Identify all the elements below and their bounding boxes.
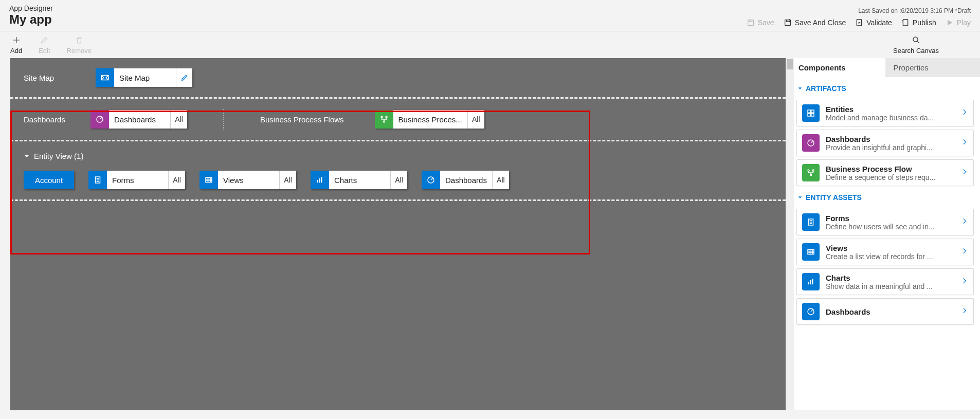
artifacts-section-header[interactable]: ARTIFACTS xyxy=(794,80,976,97)
publish-button[interactable]: Publish xyxy=(901,19,936,27)
entity-icon xyxy=(802,104,820,122)
svg-rect-20 xyxy=(811,114,814,116)
forms-tile[interactable]: Forms All xyxy=(88,171,185,189)
bpf-label: Business Process Flows xyxy=(260,115,344,124)
entity-row: Account Forms All Views All xyxy=(10,166,786,201)
tab-properties[interactable]: Properties xyxy=(885,58,981,77)
header-left: App Designer My app xyxy=(9,4,53,27)
component-charts[interactable]: Charts Show data in a meaningful and ... xyxy=(796,268,974,295)
panel-tabs: Components Properties xyxy=(790,58,980,77)
form-icon xyxy=(802,213,820,231)
sitemap-label: Site Map xyxy=(24,74,75,82)
breadcrumb: App Designer xyxy=(9,4,53,12)
publish-icon xyxy=(901,19,910,27)
add-button[interactable]: Add xyxy=(10,35,22,54)
svg-point-8 xyxy=(381,116,383,118)
header-actions: Save Save And Close Validate Publish Pla… xyxy=(747,19,971,27)
play-button: Play xyxy=(946,19,971,27)
sitemap-row: Site Map Site Map xyxy=(10,58,786,99)
trash-icon xyxy=(75,35,84,45)
pencil-icon xyxy=(40,35,49,45)
component-desc: Define how users will see and in... xyxy=(826,223,955,231)
svg-rect-5 xyxy=(903,20,908,26)
svg-point-22 xyxy=(808,170,809,171)
bpf-all[interactable]: All xyxy=(468,110,484,129)
svg-point-6 xyxy=(913,37,918,42)
component-title: Charts xyxy=(826,274,955,282)
play-icon xyxy=(946,19,954,27)
chart-icon xyxy=(311,171,329,189)
svg-rect-14 xyxy=(319,178,320,183)
component-dashboards[interactable]: Dashboards Provide an insightful and gra… xyxy=(796,130,974,156)
entity-dashboards-tile[interactable]: Dashboards All xyxy=(422,171,509,189)
sitemap-edit-button[interactable] xyxy=(176,68,192,87)
forms-tile-label: Forms xyxy=(107,171,169,189)
svg-point-9 xyxy=(386,116,387,118)
component-desc: Provide an insightful and graphi... xyxy=(826,143,955,152)
dashboards-tile-label: Dashboards xyxy=(109,110,171,129)
sitemap-tile-label: Site Map xyxy=(114,68,176,87)
dashboards-col: Dashboards Dashboards All xyxy=(24,110,187,129)
svg-rect-2 xyxy=(785,20,790,26)
dashboards-tile[interactable]: Dashboards All xyxy=(90,110,187,129)
component-title: Business Process Flow xyxy=(826,165,955,173)
entity-assets-section-header[interactable]: ENTITY ASSETS xyxy=(794,189,976,206)
views-tile[interactable]: Views All xyxy=(199,171,296,189)
dashboards-all[interactable]: All xyxy=(171,110,187,129)
remove-button: Remove xyxy=(67,35,92,54)
scrollbar-thumb[interactable] xyxy=(787,59,793,69)
toolbar-left: Add Edit Remove xyxy=(10,35,92,54)
account-entity-button[interactable]: Account xyxy=(24,171,74,189)
save-close-icon xyxy=(784,19,792,27)
save-icon xyxy=(747,19,755,27)
form-icon xyxy=(88,171,107,189)
canvas[interactable]: Site Map Site Map Dashboards xyxy=(10,58,786,410)
bpf-tile[interactable]: Business Proces... All xyxy=(375,110,484,129)
component-forms[interactable]: Forms Define how users will see and in..… xyxy=(796,209,974,235)
component-desc: Create a list view of records for ... xyxy=(826,252,955,261)
toolbar: Add Edit Remove Search Canvas xyxy=(0,31,980,58)
dashboards-label: Dashboards xyxy=(24,115,75,124)
entity-view-label: Entity View (1) xyxy=(34,152,83,160)
charts-all[interactable]: All xyxy=(391,171,407,189)
search-canvas-button[interactable]: Search Canvas xyxy=(893,35,939,54)
forms-all[interactable]: All xyxy=(169,171,185,189)
canvas-wrapper: Site Map Site Map Dashboards xyxy=(0,58,790,410)
dashboard-icon xyxy=(422,171,440,189)
caret-down-icon xyxy=(797,195,803,200)
save-and-close-button[interactable]: Save And Close xyxy=(784,19,846,27)
component-views[interactable]: Views Create a list view of records for … xyxy=(796,239,974,265)
chevron-right-icon xyxy=(961,307,968,316)
dashboards-row: Dashboards Dashboards All Business Proce… xyxy=(10,99,786,141)
component-bpf[interactable]: Business Process Flow Define a sequence … xyxy=(796,159,974,186)
search-icon xyxy=(912,35,921,45)
header-right: Last Saved on :6/20/2019 3:16 PM *Draft … xyxy=(747,7,971,27)
last-saved-text: Last Saved on :6/20/2019 3:16 PM *Draft xyxy=(747,7,971,14)
component-title: Dashboards xyxy=(826,307,955,316)
main: Site Map Site Map Dashboards xyxy=(0,58,980,410)
svg-rect-18 xyxy=(811,110,814,113)
component-entities[interactable]: Entities Model and manage business da... xyxy=(796,100,974,126)
panel-body: ARTIFACTS Entities Model and manage busi… xyxy=(790,77,980,410)
charts-tile[interactable]: Charts All xyxy=(311,171,407,189)
tab-components[interactable]: Components xyxy=(790,58,885,77)
entity-view-header[interactable]: Entity View (1) xyxy=(10,141,786,166)
svg-rect-13 xyxy=(317,180,318,183)
sitemap-tile[interactable]: Site Map xyxy=(96,68,192,87)
svg-point-10 xyxy=(383,121,385,122)
app-header: App Designer My app Last Saved on :6/20/… xyxy=(0,0,980,31)
entity-dashboards-all[interactable]: All xyxy=(493,171,509,189)
svg-rect-29 xyxy=(812,279,813,284)
svg-rect-3 xyxy=(786,20,789,22)
component-desc: Define a sequence of steps requ... xyxy=(826,173,955,181)
grid-icon xyxy=(802,243,820,261)
edit-button: Edit xyxy=(39,35,50,54)
component-entity-dashboards[interactable]: Dashboards xyxy=(796,298,974,325)
validate-button[interactable]: Validate xyxy=(855,19,892,27)
pencil-icon xyxy=(180,74,189,82)
component-title: Views xyxy=(826,244,955,252)
svg-rect-28 xyxy=(810,280,811,284)
svg-rect-26 xyxy=(808,250,814,254)
views-all[interactable]: All xyxy=(280,171,296,189)
vertical-divider xyxy=(223,109,224,130)
